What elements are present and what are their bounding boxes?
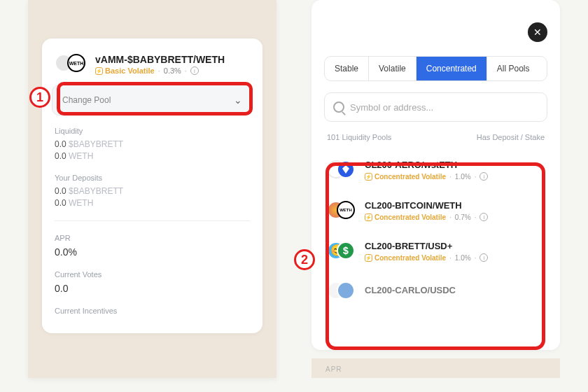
pool-count: 101 Liquidity Pools — [327, 133, 391, 141]
pool-picker-panel: ✕ Stable Volatile Concentrated All Pools… — [312, 0, 560, 378]
pool-item[interactable]: CL200-CARLO/USDC — [327, 281, 545, 301]
deposit-row: 0.0 WETH — [55, 198, 250, 208]
pool-item-type: Concentrated Volatile — [374, 173, 446, 181]
pool-list: CL200-AERO/wstETH ⚡Concentrated Volatile… — [324, 148, 547, 301]
pool-item-name: CL200-BRETT/USD+ — [365, 241, 488, 251]
liquidity-heading: Liquidity — [55, 127, 250, 135]
volatility-badge: ⚡ Basic Volatile — [95, 66, 155, 75]
annotation-number-1: 1 — [29, 87, 50, 108]
pool-detail-panel: WETH vAMM-$BABYBRETT/WETH ⚡ Basic Volati… — [28, 0, 276, 378]
pool-item-type: Concentrated Volatile — [374, 214, 446, 221]
pool-picker-card: ✕ Stable Volatile Concentrated All Pools… — [312, 0, 560, 350]
pool-item-name: CL200-AERO/wstETH — [365, 160, 488, 170]
info-icon[interactable]: i — [479, 213, 488, 221]
bolt-icon: ⚡ — [365, 254, 372, 262]
info-icon[interactable]: i — [190, 66, 199, 75]
bolt-icon: ⚡ — [365, 214, 372, 221]
incentives-heading: Current Incentives — [55, 307, 250, 315]
pool-item-type: Concentrated Volatile — [374, 254, 446, 262]
pool-card: WETH vAMM-$BABYBRETT/WETH ⚡ Basic Volati… — [42, 38, 262, 333]
pool-meta: ⚡ Basic Volatile · 0.3% · i — [95, 66, 225, 75]
token-icon: $ — [337, 241, 355, 260]
pool-item[interactable]: CL200-AERO/wstETH ⚡Concentrated Volatile… — [327, 160, 545, 181]
search-icon — [333, 102, 344, 113]
pool-fee: 0.3% — [164, 66, 181, 75]
change-pool-label: Change Pool — [62, 95, 111, 105]
apr-heading: APR — [55, 234, 250, 242]
list-meta-row: 101 Liquidity Pools Has Deposit / Stake — [324, 133, 547, 141]
token-icon — [337, 281, 355, 300]
close-button[interactable]: ✕ — [528, 22, 547, 42]
annotation-number-2: 2 — [294, 249, 315, 270]
has-deposit-toggle[interactable]: Has Deposit / Stake — [477, 133, 545, 141]
bolt-icon: ⚡ — [95, 67, 103, 75]
tab-volatile[interactable]: Volatile — [369, 57, 416, 80]
divider — [55, 220, 250, 221]
search-input[interactable]: Symbol or address... — [324, 92, 547, 122]
pool-item-fee: 0.7% — [455, 214, 471, 221]
background-shelf: APR — [312, 358, 560, 378]
deposit-row: 0.0 $BABYBRETT — [55, 186, 250, 196]
tab-all-pools[interactable]: All Pools — [487, 57, 540, 80]
pool-header: WETH vAMM-$BABYBRETT/WETH ⚡ Basic Volati… — [55, 54, 250, 75]
search-placeholder: Symbol or address... — [350, 102, 433, 113]
pool-filter-tabs: Stable Volatile Concentrated All Pools — [324, 56, 547, 81]
liquidity-row: 0.0 $BABYBRETT — [55, 139, 250, 149]
info-icon[interactable]: i — [479, 172, 488, 181]
tab-concentrated[interactable]: Concentrated — [416, 57, 487, 80]
tab-stable[interactable]: Stable — [325, 57, 369, 80]
votes-value: 0.0 — [55, 283, 250, 294]
pool-type-label: Basic Volatile — [105, 66, 155, 75]
pool-item[interactable]: $ CL200-BRETT/USD+ ⚡Concentrated Volatil… — [327, 241, 545, 262]
token-icon: WETH — [337, 201, 355, 219]
pool-item-fee: 1.0% — [455, 254, 471, 262]
info-icon[interactable]: i — [479, 253, 488, 262]
shelf-apr-label: APR — [326, 365, 342, 373]
pool-item-name: CL200-BITCOIN/WETH — [365, 200, 488, 211]
pool-item[interactable]: WETH CL200-BITCOIN/WETH ⚡Concentrated Vo… — [327, 200, 545, 221]
liquidity-row: 0.0 WETH — [55, 151, 250, 161]
pool-name: vAMM-$BABYBRETT/WETH — [95, 54, 225, 65]
apr-value: 0.0% — [55, 246, 250, 258]
token-pair-icons: WETH — [55, 54, 88, 74]
deposits-heading: Your Deposits — [55, 174, 250, 182]
pool-item-name: CL200-CARLO/USDC — [365, 285, 456, 295]
votes-heading: Current Votes — [55, 270, 250, 279]
pool-item-fee: 1.0% — [455, 173, 471, 181]
bolt-icon: ⚡ — [365, 173, 372, 181]
chevron-down-icon: ⌄ — [234, 94, 242, 106]
token-b-icon: WETH — [67, 54, 85, 72]
change-pool-dropdown[interactable]: Change Pool ⌄ — [52, 85, 253, 115]
token-icon — [337, 160, 355, 178]
